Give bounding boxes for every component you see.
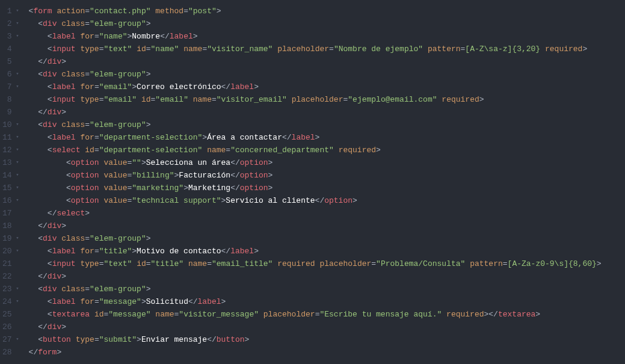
fold-icon[interactable]: ▾ (14, 182, 19, 194)
syntax-attribute: name (207, 146, 226, 155)
line-number: 24▾ (2, 295, 19, 308)
syntax-punct: > (141, 158, 146, 167)
syntax-punct: < (38, 70, 43, 79)
syntax-tag: textarea (52, 310, 90, 319)
syntax-string: "department-selection" (99, 146, 203, 155)
syntax-string: "title" (151, 259, 184, 268)
fold-icon[interactable]: ▾ (14, 5, 19, 17)
code-line[interactable]: <option value="billing">Facturación</opt… (29, 169, 625, 182)
code-line[interactable]: <label for="name">Nombre</label> (29, 30, 625, 43)
syntax-string: "Escribe tu mensaje aquí." (319, 310, 442, 319)
syntax-punct: > (597, 259, 602, 268)
code-line[interactable]: <button type="submit">Enviar mensaje</bu… (29, 333, 625, 346)
syntax-tag: div (43, 19, 57, 28)
syntax-punct: < (66, 196, 71, 205)
syntax-string: "elem-group" (90, 234, 146, 243)
code-line[interactable]: <option value="">Selecciona un área</opt… (29, 156, 625, 169)
code-line[interactable]: </div> (29, 55, 625, 68)
code-editor[interactable]: 1▾2▾3▾456▾7▾8910▾11▾12▾13▾14▾15▾16▾17181… (0, 0, 625, 364)
code-line[interactable]: <label for="title">Motivo de contacto</l… (29, 245, 625, 258)
fold-icon[interactable]: ▾ (14, 194, 19, 207)
code-line[interactable]: </select> (29, 207, 625, 220)
syntax-attribute: required (277, 259, 315, 268)
code-line[interactable]: <select id="department-selection" name="… (29, 144, 625, 156)
code-line[interactable]: <label for="email">Correo electrónico</l… (29, 81, 625, 93)
syntax-punct: > (315, 133, 320, 142)
code-line[interactable]: <input type="email" id="email" name="vis… (29, 93, 625, 106)
line-number: 18 (2, 220, 19, 232)
fold-icon[interactable]: ▾ (14, 245, 19, 258)
fold-icon[interactable]: ▾ (14, 17, 19, 30)
code-line[interactable]: <div class="elem-group"> (29, 68, 625, 81)
syntax-tag: form (38, 348, 57, 357)
syntax-text: Selecciona un área (146, 158, 230, 167)
fold-icon[interactable]: ▾ (14, 144, 19, 156)
fold-icon[interactable]: ▾ (14, 81, 19, 93)
syntax-string: "email" (155, 95, 188, 104)
syntax-attribute: name (183, 45, 202, 54)
code-area[interactable]: <form action="contact.php" method="post"… (24, 0, 625, 364)
syntax-tag: option (240, 158, 268, 167)
code-line[interactable]: </form> (29, 346, 625, 359)
syntax-text: Servicio al cliente (226, 196, 315, 205)
code-line[interactable]: <input type="text" id="title" name="emai… (29, 258, 625, 270)
syntax-punct: > (137, 335, 141, 344)
code-line[interactable]: <option value="technical support">Servic… (29, 194, 625, 207)
syntax-string: "ejemplo@email.com" (348, 95, 437, 104)
syntax-punct: < (48, 82, 52, 91)
code-line[interactable]: <label for="message">Solicitud</label> (29, 295, 625, 308)
syntax-punct: = (94, 82, 99, 91)
syntax-tag: div (43, 234, 57, 243)
syntax-tag: input (52, 259, 76, 268)
fold-icon[interactable]: ▾ (14, 295, 19, 308)
code-line[interactable]: <div class="elem-group"> (29, 17, 625, 30)
syntax-string: "elem-group" (90, 120, 146, 129)
syntax-attribute: placeholder (292, 95, 343, 104)
syntax-punct: < (38, 285, 43, 294)
fold-icon[interactable]: ▾ (14, 131, 19, 144)
syntax-string: "visitor_message" (179, 310, 259, 319)
code-line[interactable]: </div> (29, 321, 625, 333)
fold-icon[interactable]: ▾ (14, 156, 19, 169)
code-line[interactable]: <div class="elem-group"> (29, 119, 625, 131)
syntax-string: "" (132, 158, 141, 167)
syntax-attribute: id (137, 45, 146, 54)
fold-icon[interactable]: ▾ (14, 30, 19, 43)
syntax-punct: < (48, 247, 52, 256)
code-line[interactable]: </div> (29, 220, 625, 232)
code-line[interactable]: <form action="contact.php" method="post"… (29, 5, 625, 17)
code-line[interactable]: <option value="marketing">Marketing</opt… (29, 182, 625, 194)
syntax-punct: = (94, 247, 99, 256)
syntax-punct: </ (282, 133, 292, 142)
syntax-punct: </ (38, 108, 48, 117)
syntax-tag: div (43, 285, 57, 294)
line-number: 5 (2, 55, 19, 68)
code-line[interactable]: <div class="elem-group"> (29, 232, 625, 245)
syntax-punct: < (48, 95, 52, 104)
code-line[interactable]: <input type="text" id="name" name="visit… (29, 43, 625, 55)
fold-icon[interactable]: ▾ (14, 169, 19, 182)
syntax-punct: = (94, 32, 99, 41)
syntax-punct: > (268, 158, 273, 167)
fold-icon[interactable]: ▾ (14, 232, 19, 245)
code-line[interactable]: </div> (29, 106, 625, 119)
fold-icon[interactable]: ▾ (14, 333, 19, 346)
code-line[interactable]: <textarea id="message" name="visitor_mes… (29, 308, 625, 321)
fold-icon[interactable]: ▾ (14, 283, 19, 295)
code-line[interactable]: </div> (29, 270, 625, 283)
syntax-punct: = (85, 7, 90, 16)
syntax-attribute: for (80, 133, 94, 142)
syntax-punct: </ (315, 196, 325, 205)
line-number: 1▾ (2, 5, 19, 17)
code-line[interactable]: <div class="elem-group"> (29, 283, 625, 295)
fold-icon[interactable]: ▾ (14, 119, 19, 131)
syntax-punct: = (212, 95, 217, 104)
syntax-string: "visitor_email" (217, 95, 287, 104)
syntax-punct: > (479, 95, 484, 104)
syntax-text: Área a contactar (207, 133, 282, 142)
syntax-string: "submit" (99, 335, 137, 344)
fold-icon[interactable]: ▾ (14, 68, 19, 81)
syntax-attribute: for (80, 297, 94, 306)
code-line[interactable]: <label for="department-selection">Área a… (29, 131, 625, 144)
syntax-punct: = (183, 7, 188, 16)
